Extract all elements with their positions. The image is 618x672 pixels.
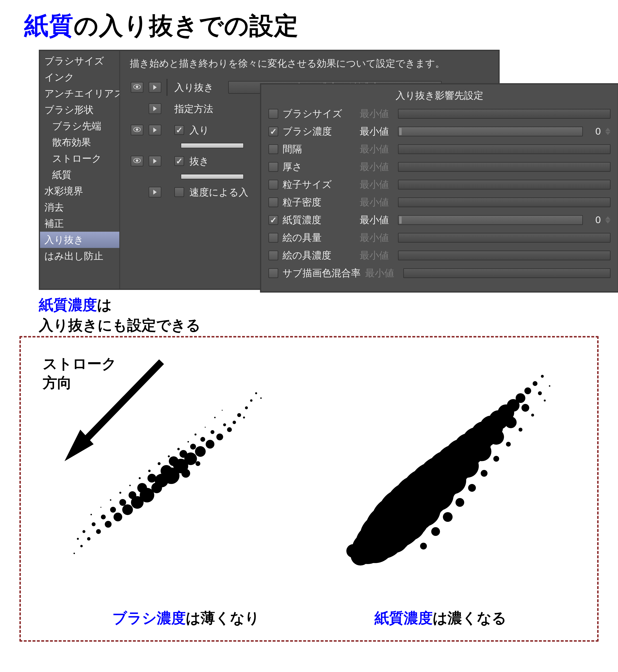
expand-toggle[interactable] bbox=[149, 103, 161, 114]
param-label: サブ描画色混合率 bbox=[283, 266, 360, 280]
sidebar-item-2[interactable]: アンチエイリアス bbox=[40, 85, 119, 102]
param-checkbox[interactable] bbox=[269, 145, 278, 154]
param-row-6: 紙質濃度最小値0 bbox=[269, 213, 611, 226]
chevron-right-icon bbox=[153, 127, 157, 132]
param-slider bbox=[398, 197, 611, 207]
param-label: ブラシサイズ bbox=[283, 107, 355, 120]
svg-point-24 bbox=[180, 450, 187, 458]
sidebar-item-8[interactable]: 水彩境界 bbox=[40, 183, 119, 199]
param-checkbox[interactable] bbox=[269, 127, 278, 136]
param-checkbox[interactable] bbox=[269, 180, 278, 189]
param-slider[interactable] bbox=[398, 215, 583, 225]
sub-caption-accent: 紙質濃度 bbox=[39, 297, 97, 313]
param-min-label: 最小値 bbox=[360, 249, 394, 262]
svg-point-110 bbox=[468, 484, 476, 492]
expand-toggle[interactable] bbox=[149, 82, 161, 93]
iri-checkbox[interactable] bbox=[174, 125, 184, 135]
panels-area: ブラシサイズインクアンチエイリアスブラシ形状ブラシ先端散布効果ストローク紙質水彩… bbox=[39, 50, 599, 333]
eye-icon bbox=[133, 84, 141, 91]
svg-point-112 bbox=[443, 512, 452, 522]
sidebar-item-3[interactable]: ブラシ形状 bbox=[40, 102, 119, 118]
row-label-shitei: 指定方法 bbox=[174, 102, 223, 115]
param-spinner[interactable] bbox=[605, 128, 611, 135]
svg-point-104 bbox=[544, 400, 546, 401]
sidebar-item-5[interactable]: 散布効果 bbox=[40, 134, 119, 151]
param-row-0: ブラシサイズ最小値 bbox=[269, 107, 611, 120]
demo-caption-left: ブラシ濃度は薄くなり bbox=[77, 608, 295, 628]
param-label: 粒子サイズ bbox=[283, 178, 355, 191]
sidebar-item-7[interactable]: 紙質 bbox=[40, 167, 119, 183]
param-checkbox[interactable] bbox=[269, 215, 278, 225]
svg-point-35 bbox=[128, 491, 136, 499]
param-min-label: 最小値 bbox=[360, 231, 394, 244]
param-min-label: 最小値 bbox=[360, 196, 394, 209]
page-title: 紙質の入り抜きでの設定 bbox=[24, 10, 599, 42]
param-row-3: 厚さ最小値 bbox=[269, 160, 611, 174]
nuki-checkbox[interactable] bbox=[174, 156, 184, 166]
sidebar-item-4[interactable]: ブラシ先端 bbox=[40, 118, 119, 134]
svg-point-56 bbox=[158, 462, 161, 465]
svg-point-50 bbox=[214, 417, 216, 418]
sokudo-checkbox[interactable] bbox=[174, 187, 184, 197]
eye-icon bbox=[133, 158, 141, 164]
svg-point-113 bbox=[431, 527, 440, 536]
nuki-slider[interactable] bbox=[181, 174, 244, 179]
svg-point-12 bbox=[237, 413, 241, 417]
svg-point-66 bbox=[196, 461, 200, 466]
expand-toggle[interactable] bbox=[149, 125, 161, 135]
popup-title: 入り抜き影響先設定 bbox=[269, 89, 611, 102]
sidebar-item-6[interactable]: ストローク bbox=[40, 151, 119, 167]
svg-point-47 bbox=[77, 538, 79, 540]
chevron-right-icon bbox=[153, 190, 157, 195]
param-checkbox[interactable] bbox=[269, 162, 278, 172]
svg-point-70 bbox=[538, 391, 542, 395]
param-slider bbox=[398, 162, 611, 172]
sidebar-item-10[interactable]: 補正 bbox=[40, 215, 119, 232]
svg-point-15 bbox=[227, 427, 232, 432]
param-spinner[interactable] bbox=[605, 216, 611, 224]
svg-point-67 bbox=[541, 375, 544, 378]
expand-toggle[interactable] bbox=[149, 187, 161, 197]
visibility-toggle[interactable] bbox=[131, 125, 143, 135]
chevron-right-icon bbox=[153, 106, 157, 111]
svg-point-58 bbox=[139, 477, 141, 479]
sidebar-item-1[interactable]: インク bbox=[40, 69, 119, 85]
svg-point-63 bbox=[91, 514, 92, 515]
param-label: 紙質濃度 bbox=[283, 213, 355, 226]
row-label-nuki: 抜き bbox=[189, 155, 214, 168]
svg-point-69 bbox=[524, 387, 531, 394]
param-checkbox[interactable] bbox=[269, 233, 278, 243]
param-checkbox[interactable] bbox=[269, 197, 278, 207]
param-slider bbox=[398, 251, 611, 260]
sidebar-item-12[interactable]: はみ出し防止 bbox=[40, 248, 119, 264]
expand-toggle[interactable] bbox=[149, 156, 161, 167]
svg-point-55 bbox=[168, 455, 170, 457]
sidebar-item-9[interactable]: 消去 bbox=[40, 199, 119, 215]
param-label: 絵の具量 bbox=[283, 231, 355, 244]
svg-point-43 bbox=[92, 522, 96, 526]
param-slider[interactable] bbox=[398, 127, 583, 136]
sidebar-item-11[interactable]: 入り抜き bbox=[40, 232, 119, 248]
svg-point-10 bbox=[250, 399, 252, 402]
svg-point-41 bbox=[101, 514, 106, 519]
svg-point-106 bbox=[519, 428, 522, 431]
param-min-label: 最小値 bbox=[365, 266, 399, 280]
param-slider bbox=[398, 180, 611, 189]
iri-slider[interactable] bbox=[181, 143, 244, 148]
svg-point-107 bbox=[506, 442, 511, 447]
visibility-toggle[interactable] bbox=[131, 156, 143, 167]
param-checkbox[interactable] bbox=[269, 268, 278, 278]
svg-point-68 bbox=[533, 381, 537, 386]
title-accent: 紙質 bbox=[24, 12, 74, 39]
svg-point-22 bbox=[190, 444, 196, 450]
svg-point-57 bbox=[148, 470, 150, 472]
sidebar-item-0[interactable]: ブラシサイズ bbox=[40, 53, 119, 69]
svg-point-18 bbox=[211, 430, 214, 434]
settings-sidebar: ブラシサイズインクアンチエイリアスブラシ形状ブラシ先端散布効果ストローク紙質水彩… bbox=[40, 51, 120, 289]
svg-point-60 bbox=[119, 492, 121, 494]
param-checkbox[interactable] bbox=[269, 109, 278, 119]
svg-point-38 bbox=[113, 512, 122, 521]
visibility-toggle[interactable] bbox=[131, 82, 143, 93]
param-checkbox[interactable] bbox=[269, 251, 278, 260]
svg-point-46 bbox=[80, 545, 83, 547]
